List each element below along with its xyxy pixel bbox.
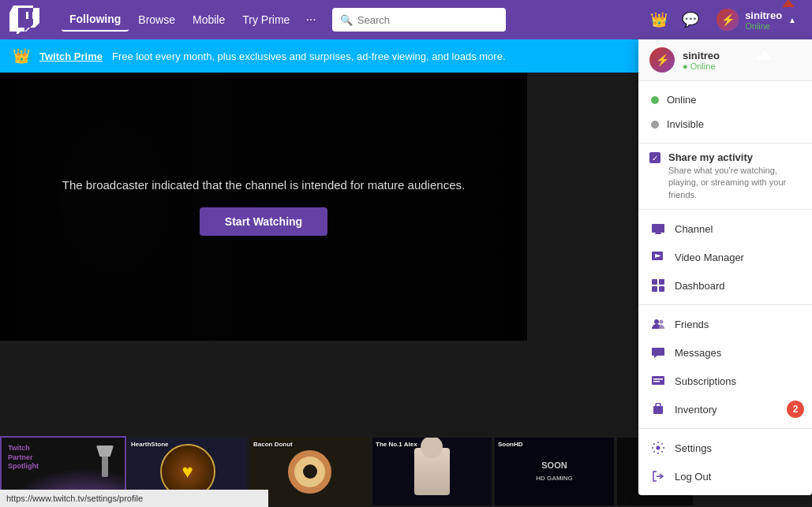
dashboard-icon — [651, 278, 665, 293]
prime-description: Free loot every month, plus exclusives a… — [112, 50, 506, 62]
status-url: https://www.twitch.tv/settings/profile — [6, 494, 143, 503]
friends-icon — [651, 317, 665, 331]
activity-label: Share my activity — [668, 151, 801, 163]
donut-hole — [303, 464, 317, 479]
chevron-up-icon: ▲ — [788, 16, 796, 24]
status-section: Online Invisible — [638, 81, 812, 144]
online-dot-icon — [651, 96, 659, 104]
annotation-arrow — [782, 0, 795, 7]
search-icon: 🔍 — [340, 14, 353, 26]
thumbnail-soon[interactable]: SOONHD GAMING SoonHD — [493, 436, 616, 507]
user-menu-trigger[interactable]: ⚡ sinitreo Online ▲ — [710, 6, 803, 34]
prime-crown-icon: 👑 — [13, 47, 30, 65]
menu-logout[interactable]: Log Out — [638, 462, 812, 490]
nav-more[interactable]: ··· — [299, 8, 322, 32]
prime-link[interactable]: Twitch Prime — [39, 50, 103, 62]
svg-rect-6 — [659, 286, 664, 292]
menu-friends[interactable]: Friends — [638, 310, 812, 338]
avatar: ⚡ — [717, 9, 739, 31]
video-section: The broadcaster indicated that the chann… — [0, 73, 694, 507]
activity-checkbox[interactable]: ✓ — [649, 152, 660, 163]
svg-rect-11 — [653, 378, 663, 380]
status-invisible-option[interactable]: Invisible — [638, 112, 812, 136]
settings-label: Settings — [675, 442, 712, 454]
lightning-icon: ⚡ — [721, 13, 735, 26]
dropdown-header: ⚡ sinitreo ● Online — [638, 39, 812, 81]
nav-browse[interactable]: Browse — [130, 9, 183, 31]
menu-dashboard[interactable]: Dashboard — [638, 271, 812, 300]
badge-2: 2 — [787, 401, 804, 418]
channel-label: Channel — [675, 223, 713, 235]
top-navigation: Following Browse Mobile Try Prime ··· 🔍 … — [0, 0, 812, 39]
dropdown-status: ● Online — [683, 62, 720, 71]
nav-try-prime[interactable]: Try Prime — [234, 9, 297, 31]
inventory-label: Inventory — [675, 404, 717, 416]
status-invisible-label: Invisible — [667, 118, 704, 130]
soon-bg: SOONHD GAMING SoonHD — [495, 438, 614, 505]
soon-text: SOONHD GAMING — [536, 460, 573, 484]
status-bar: https://www.twitch.tv/settings/profile — [0, 490, 268, 507]
chat-icon[interactable]: 💬 — [679, 8, 702, 32]
spotlight-text-twitch: Twitch — [8, 444, 30, 452]
inventory-icon — [651, 402, 665, 416]
menu-subscriptions[interactable]: Subscriptions — [638, 367, 812, 395]
status-online-label: Online — [667, 94, 697, 106]
status-online-option[interactable]: Online — [638, 88, 812, 112]
activity-row: ✓ Share my activity Share what you're wa… — [649, 151, 801, 201]
svg-rect-4 — [659, 279, 664, 285]
user-info: sinitreo Online — [745, 9, 782, 31]
activity-content: Share my activity Share what you're watc… — [668, 151, 801, 201]
user-dropdown-menu: ⚡ sinitreo ● Online Online Invisible ✓ S… — [638, 39, 812, 495]
thumbnail-alex[interactable]: The No.1 Alex — [371, 436, 493, 507]
svg-rect-9 — [652, 348, 664, 356]
alex-label: The No.1 Alex — [376, 441, 417, 448]
dropdown-user-info: sinitreo ● Online — [683, 50, 720, 71]
menu-section-2: Friends Messages Subscriptions Inventory… — [638, 305, 812, 429]
search-input[interactable] — [357, 14, 498, 26]
menu-channel[interactable]: Channel — [638, 214, 812, 243]
nav-links: Following Browse Mobile Try Prime ··· — [62, 8, 323, 32]
svg-rect-10 — [652, 376, 664, 385]
activity-description: Share what you're watching, playing, or … — [668, 165, 801, 201]
svg-rect-13 — [653, 406, 663, 414]
alex-head — [421, 436, 443, 458]
svg-point-14 — [657, 446, 660, 450]
bottom-menu: Settings Log Out — [638, 429, 812, 495]
subscriptions-label: Subscriptions — [675, 375, 736, 387]
video-manager-label: Video Manager — [675, 252, 744, 263]
activity-section: ✓ Share my activity Share what you're wa… — [638, 144, 812, 210]
messages-icon — [651, 345, 665, 360]
start-watching-button[interactable]: Start Watching — [200, 207, 327, 236]
menu-messages[interactable]: Messages — [638, 338, 812, 367]
nav-mobile[interactable]: Mobile — [185, 9, 233, 31]
lightning-icon-dropdown: ⚡ — [656, 54, 669, 66]
dropdown-arrow — [757, 50, 773, 60]
menu-settings[interactable]: Settings — [638, 434, 812, 462]
menu-video-manager[interactable]: Video Manager — [638, 243, 812, 271]
svg-rect-3 — [652, 279, 657, 285]
twitch-logo[interactable] — [9, 6, 49, 34]
soon-label: SoonHD — [498, 441, 523, 448]
settings-icon — [651, 441, 665, 455]
logout-label: Log Out — [675, 471, 711, 483]
nav-following[interactable]: Following — [62, 8, 129, 32]
spotlight-label: Twitch Partner Spotlight — [8, 444, 39, 472]
svg-point-7 — [654, 319, 659, 324]
svg-rect-12 — [653, 381, 660, 382]
dropdown-avatar: ⚡ — [649, 47, 675, 73]
video-player: The broadcaster indicated that the chann… — [0, 73, 527, 341]
svg-point-8 — [660, 320, 664, 324]
subscriptions-icon — [651, 374, 665, 388]
hearthstone-heart: ♥ — [181, 460, 193, 483]
alex-bg: The No.1 Alex — [372, 438, 492, 505]
dashboard-label: Dashboard — [675, 280, 725, 292]
alex-figure — [414, 448, 450, 495]
user-status-label: Online — [745, 21, 782, 31]
mature-overlay: The broadcaster indicated that the chann… — [0, 73, 527, 341]
spotlight-text-partner: Partner — [8, 453, 33, 461]
svg-rect-0 — [652, 224, 664, 233]
crown-icon[interactable]: 👑 — [647, 8, 671, 32]
menu-inventory[interactable]: Inventory 2 — [638, 395, 812, 423]
video-manager-icon — [651, 250, 665, 264]
friends-label: Friends — [675, 319, 709, 330]
